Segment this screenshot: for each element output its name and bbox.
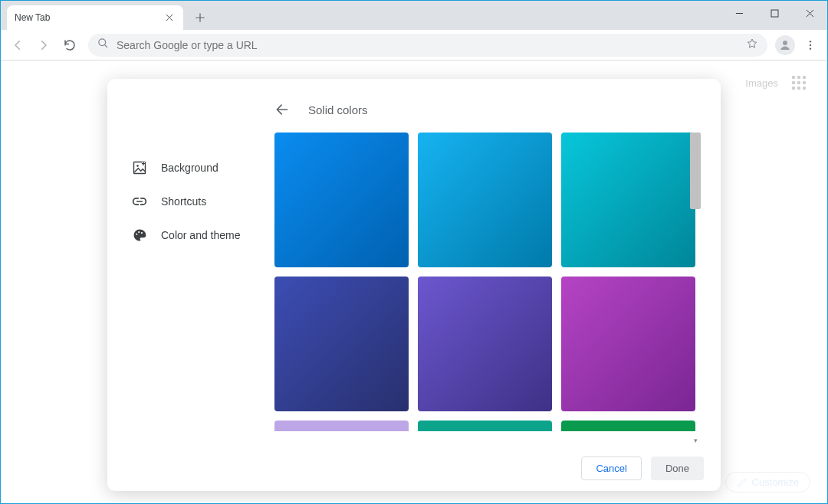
customize-button[interactable]: Customize bbox=[725, 472, 810, 493]
scrollbar-thumb[interactable] bbox=[690, 133, 701, 209]
back-button[interactable] bbox=[7, 34, 28, 56]
svg-point-5 bbox=[810, 47, 811, 49]
color-swatch-light-blue[interactable] bbox=[418, 133, 552, 267]
color-swatch-emerald[interactable] bbox=[418, 421, 552, 431]
minimize-button[interactable] bbox=[721, 1, 757, 25]
sidebar-item-background[interactable]: Background bbox=[132, 151, 273, 185]
dialog-title: Solid colors bbox=[308, 103, 368, 116]
new-tab-page: Images Customize Background Shortcuts bbox=[1, 61, 827, 503]
customize-label: Customize bbox=[752, 476, 799, 488]
sidebar-label: Background bbox=[161, 162, 219, 174]
scrollbar-down-arrow[interactable]: ▾ bbox=[690, 435, 701, 446]
color-swatch-teal[interactable] bbox=[561, 133, 695, 267]
palette-icon bbox=[132, 227, 147, 243]
tab-strip: New Tab bbox=[1, 1, 721, 30]
dialog-header: Solid colors bbox=[273, 100, 702, 133]
browser-menu-button[interactable] bbox=[800, 34, 821, 56]
apps-grid-icon[interactable] bbox=[792, 76, 806, 90]
bookmark-star-icon[interactable] bbox=[746, 38, 758, 53]
close-window-button[interactable] bbox=[792, 1, 827, 25]
sidebar-item-color-theme[interactable]: Color and theme bbox=[132, 218, 273, 252]
svg-point-4 bbox=[810, 44, 811, 45]
svg-point-9 bbox=[138, 231, 140, 233]
done-button[interactable]: Done bbox=[651, 457, 704, 480]
address-bar[interactable] bbox=[88, 34, 767, 57]
sidebar-label: Color and theme bbox=[161, 229, 241, 241]
svg-point-10 bbox=[141, 232, 143, 234]
svg-point-3 bbox=[810, 41, 811, 42]
browser-tab[interactable]: New Tab bbox=[7, 5, 183, 30]
dialog-main: Solid colors bbox=[273, 79, 721, 446]
color-swatch-lavender[interactable] bbox=[274, 421, 409, 431]
profile-avatar[interactable] bbox=[775, 35, 795, 55]
color-swatch-magenta[interactable] bbox=[561, 277, 695, 411]
forward-button[interactable] bbox=[33, 34, 54, 56]
maximize-button[interactable] bbox=[757, 1, 792, 25]
color-scroll-area: ▾ bbox=[273, 133, 702, 446]
window-titlebar: New Tab bbox=[1, 1, 827, 30]
svg-rect-0 bbox=[771, 10, 778, 17]
dialog-scrollbar[interactable]: ▾ bbox=[690, 133, 701, 446]
link-icon bbox=[132, 194, 147, 209]
reload-button[interactable] bbox=[59, 34, 80, 56]
dialog-body: Background Shortcuts Color and theme Sol… bbox=[107, 79, 721, 446]
cancel-button[interactable]: Cancel bbox=[581, 457, 641, 480]
dialog-sidebar: Background Shortcuts Color and theme bbox=[107, 79, 273, 446]
dialog-back-button[interactable] bbox=[273, 100, 291, 119]
svg-point-8 bbox=[136, 234, 137, 235]
color-swatch-indigo[interactable] bbox=[274, 277, 409, 411]
color-swatch-blue[interactable] bbox=[274, 133, 409, 267]
window-controls bbox=[721, 1, 827, 25]
sidebar-item-shortcuts[interactable]: Shortcuts bbox=[132, 185, 273, 218]
search-icon bbox=[97, 38, 109, 52]
dialog-footer: Cancel Done bbox=[107, 446, 721, 491]
color-grid bbox=[274, 133, 702, 446]
image-icon bbox=[132, 160, 147, 175]
ntp-top-links: Images bbox=[745, 76, 806, 90]
ntp-link-images[interactable]: Images bbox=[745, 77, 778, 89]
pencil-icon bbox=[737, 477, 748, 488]
color-swatch-green[interactable] bbox=[561, 421, 695, 431]
address-input[interactable] bbox=[117, 39, 738, 51]
browser-toolbar bbox=[1, 30, 827, 61]
sidebar-label: Shortcuts bbox=[161, 195, 206, 208]
customize-dialog: Background Shortcuts Color and theme Sol… bbox=[107, 79, 721, 491]
close-tab-icon[interactable] bbox=[163, 11, 176, 24]
arrow-left-icon bbox=[274, 102, 290, 117]
svg-point-7 bbox=[136, 165, 139, 167]
svg-point-2 bbox=[783, 41, 787, 45]
tab-title: New Tab bbox=[15, 12, 50, 23]
color-swatch-violet[interactable] bbox=[418, 277, 552, 411]
new-tab-button[interactable] bbox=[189, 7, 211, 28]
